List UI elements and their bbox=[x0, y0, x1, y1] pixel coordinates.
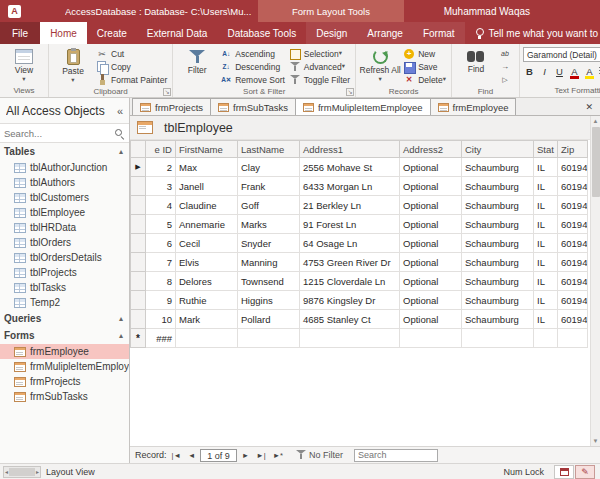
cell[interactable]: Optional bbox=[400, 291, 462, 310]
next-record-button[interactable]: ► bbox=[240, 451, 251, 460]
cell[interactable]: Frank bbox=[238, 177, 300, 196]
cell[interactable]: IL bbox=[534, 196, 558, 215]
cell[interactable]: IL bbox=[534, 291, 558, 310]
cell[interactable]: IL bbox=[534, 310, 558, 329]
cell[interactable]: Elvis bbox=[176, 253, 238, 272]
refresh-all-button[interactable]: Refresh All ▾ bbox=[359, 46, 401, 86]
cell[interactable]: Schaumburg bbox=[462, 158, 534, 177]
new-record-selector[interactable]: * bbox=[131, 329, 146, 348]
cell[interactable]: 9 bbox=[146, 291, 176, 310]
row-selector[interactable] bbox=[131, 234, 146, 253]
new-record-button-ribbon[interactable]: New bbox=[401, 47, 448, 60]
scroll-up-icon[interactable]: ▲ bbox=[593, 116, 599, 126]
cell[interactable]: Cecil bbox=[176, 234, 238, 253]
nav-pane-hscrollbar[interactable]: ◂▸ bbox=[3, 466, 41, 478]
row-selector[interactable] bbox=[131, 196, 146, 215]
cell[interactable]: IL bbox=[534, 158, 558, 177]
toggle-filter-button[interactable]: Toggle Filter bbox=[287, 73, 352, 86]
hscroll-thumb[interactable] bbox=[9, 468, 35, 476]
cell[interactable] bbox=[534, 329, 558, 348]
nav-item-frmprojects[interactable]: frmProjects bbox=[0, 374, 129, 389]
cell[interactable]: Snyder bbox=[238, 234, 300, 253]
cell[interactable]: Optional bbox=[400, 158, 462, 177]
cut-button[interactable]: ✂ Cut bbox=[94, 47, 169, 60]
column-header-firstname[interactable]: FirstName bbox=[176, 141, 238, 158]
cell[interactable]: 60194 bbox=[558, 310, 588, 329]
advanced-button[interactable]: Advanced ▾ bbox=[287, 60, 352, 73]
doc-tab-frmprojects[interactable]: frmProjects bbox=[132, 98, 211, 115]
form-view-button[interactable] bbox=[554, 465, 574, 479]
cell[interactable]: 60194 bbox=[558, 196, 588, 215]
nav-item-temp2[interactable]: Temp2 bbox=[0, 295, 129, 310]
tab-external-data[interactable]: External Data bbox=[137, 22, 218, 44]
cell[interactable]: Schaumburg bbox=[462, 253, 534, 272]
column-header-city[interactable]: City bbox=[462, 141, 534, 158]
cell[interactable]: 21 Berkley Ln bbox=[300, 196, 400, 215]
record-position[interactable]: 1 of 9 bbox=[200, 449, 237, 462]
remove-sort-button[interactable]: A✕ Remove Sort bbox=[218, 73, 287, 86]
scroll-left-icon[interactable]: ◂ bbox=[5, 468, 8, 475]
nav-item-tblprojects[interactable]: tblProjects bbox=[0, 265, 129, 280]
cell[interactable]: IL bbox=[534, 253, 558, 272]
cell[interactable]: Ruthie bbox=[176, 291, 238, 310]
find-button[interactable]: Find bbox=[455, 46, 497, 86]
cell[interactable]: Schaumburg bbox=[462, 215, 534, 234]
bold-button[interactable]: B bbox=[523, 65, 536, 79]
cell[interactable]: 7 bbox=[146, 253, 176, 272]
cell[interactable]: Mark bbox=[176, 310, 238, 329]
cell[interactable]: Max bbox=[176, 158, 238, 177]
nav-item-tblorders[interactable]: tblOrders bbox=[0, 235, 129, 250]
row-selector[interactable] bbox=[131, 310, 146, 329]
record-search-input[interactable] bbox=[354, 449, 438, 462]
nav-item-tbltasks[interactable]: tblTasks bbox=[0, 280, 129, 295]
current-record-selector[interactable]: ▶ bbox=[131, 158, 146, 177]
cell[interactable]: 1215 Cloverdale Ln bbox=[300, 272, 400, 291]
column-header-address2[interactable]: Address2 bbox=[400, 141, 462, 158]
cell[interactable]: Delores bbox=[176, 272, 238, 291]
copy-button[interactable]: Copy bbox=[94, 60, 169, 73]
cell[interactable]: Annemarie bbox=[176, 215, 238, 234]
first-record-button[interactable]: |◄ bbox=[170, 451, 183, 460]
nav-section-queries[interactable]: Queries▴ bbox=[0, 310, 129, 327]
nav-item-tblcustomers[interactable]: tblCustomers bbox=[0, 190, 129, 205]
cell[interactable]: 5 bbox=[146, 215, 176, 234]
font-color-button[interactable]: A bbox=[568, 65, 581, 79]
font-name-combo[interactable]: Garamond (Detail) ▾ bbox=[523, 47, 600, 62]
cell[interactable]: 8 bbox=[146, 272, 176, 291]
nav-section-forms[interactable]: Forms▴ bbox=[0, 327, 129, 344]
tab-format[interactable]: Format bbox=[413, 22, 465, 44]
tell-me-box[interactable]: Tell me what you want to do bbox=[465, 22, 600, 44]
cell[interactable]: 4 bbox=[146, 196, 176, 215]
cell[interactable]: Claudine bbox=[176, 196, 238, 215]
column-header-e-id[interactable]: e ID bbox=[146, 141, 176, 158]
nav-item-tblhrdata[interactable]: tblHRData bbox=[0, 220, 129, 235]
tab-database-tools[interactable]: Database Tools bbox=[217, 22, 306, 44]
no-filter-button[interactable]: No Filter bbox=[296, 450, 343, 460]
nav-item-frmsubtasks[interactable]: frmSubTasks bbox=[0, 389, 129, 404]
cell[interactable]: Townsend bbox=[238, 272, 300, 291]
cell[interactable]: IL bbox=[534, 215, 558, 234]
cell[interactable]: Pollard bbox=[238, 310, 300, 329]
cell[interactable]: 2556 Mohave St bbox=[300, 158, 400, 177]
form-header[interactable]: tblEmployee bbox=[130, 116, 590, 140]
cell[interactable]: IL bbox=[534, 234, 558, 253]
select-button[interactable]: ▷ bbox=[497, 73, 516, 86]
cell[interactable]: Optional bbox=[400, 177, 462, 196]
goto-button[interactable]: → bbox=[497, 60, 516, 73]
cell[interactable]: 4753 Green River Dr bbox=[300, 253, 400, 272]
shutter-bar-icon[interactable]: « bbox=[117, 105, 123, 117]
tab-create[interactable]: Create bbox=[87, 22, 137, 44]
nav-search-input[interactable] bbox=[4, 128, 114, 139]
dialog-launcher-icon[interactable]: ↘ bbox=[163, 88, 171, 96]
cell[interactable]: 60194 bbox=[558, 272, 588, 291]
view-button[interactable]: View ▾ bbox=[3, 46, 45, 85]
format-painter-button[interactable]: Format Painter bbox=[94, 73, 169, 86]
cell[interactable]: Optional bbox=[400, 196, 462, 215]
dialog-launcher-icon[interactable]: ↘ bbox=[346, 88, 354, 96]
cell[interactable]: Marks bbox=[238, 215, 300, 234]
selection-button[interactable]: Selection ▾ bbox=[287, 47, 352, 60]
cell[interactable]: IL bbox=[534, 272, 558, 291]
nav-item-tblauthorjunction[interactable]: tblAuthorJunction bbox=[0, 160, 129, 175]
close-document-icon[interactable]: ✕ bbox=[578, 102, 600, 112]
cell[interactable] bbox=[558, 329, 588, 348]
